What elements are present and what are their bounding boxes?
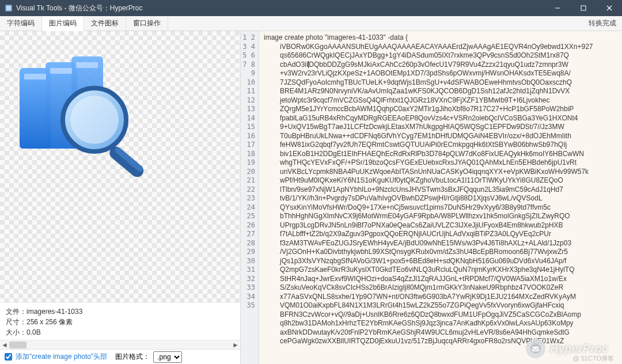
close-button[interactable] [596, 0, 622, 16]
svg-rect-9 [24, 74, 46, 79]
maximize-button[interactable] [570, 0, 596, 16]
svg-rect-3 [581, 6, 586, 10]
footnote: @ 51CTO博客 [573, 354, 614, 363]
tab-char-encode[interactable]: 字符编码 [0, 16, 42, 31]
window-title: Visual Tk Tools - 微信公众号：HyperProc [16, 3, 544, 13]
tab-file-icon[interactable]: 文件图标 [84, 16, 126, 31]
preview-canvas [0, 31, 240, 302]
svg-rect-1 [6, 6, 11, 10]
scroll-thumb[interactable] [9, 342, 26, 348]
toolbar: 字符编码 图片编码 文件图标 窗口操作 转换完成 [0, 16, 622, 31]
bytes-value: 0.0B [26, 328, 41, 336]
scroll-right-icon[interactable]: ► [231, 340, 240, 350]
tab-image-encode[interactable]: 图片编码 [42, 16, 84, 31]
scroll-left-icon[interactable]: ◄ [0, 340, 9, 350]
file-name: imageres-41-1033 [26, 308, 82, 316]
preview-image [8, 39, 156, 187]
size-value: 256 x 256 像素 [26, 318, 73, 326]
image-info: 文件：imageres-41-1033 尺寸：256 x 256 像素 大小：0… [0, 302, 240, 340]
svg-point-13 [70, 96, 119, 144]
status-text: 转换完成 [583, 16, 622, 31]
file-label: 文件： [6, 308, 26, 316]
left-panel: 文件：imageres-41-1033 尺寸：256 x 256 像素 大小：0… [0, 31, 241, 364]
add-header-checkbox[interactable] [5, 353, 12, 361]
line-gutter: 1 2 3 4 5 6 7 8 9 10 11 12 13 14 15 16 1… [241, 31, 259, 364]
left-footer: 添加"create image photo"头部 图片格式： .png [0, 349, 240, 364]
minimize-button[interactable] [544, 0, 570, 16]
bytes-label: 大小： [6, 328, 26, 336]
add-header-label: 添加"create image photo"头部 [16, 352, 107, 362]
title-bar: Visual Tk Tools - 微信公众号：HyperProc [0, 0, 622, 16]
size-label: 尺寸： [6, 318, 26, 326]
tab-window-op[interactable]: 窗口操作 [126, 16, 168, 31]
svg-rect-11 [76, 62, 98, 68]
format-select[interactable]: .png [153, 351, 182, 363]
svg-rect-14 [107, 144, 146, 180]
svg-rect-10 [50, 68, 72, 74]
code-editor[interactable]: image create photo "imageres-41-1033" -d… [259, 31, 622, 364]
right-panel: 1 2 3 4 5 6 7 8 9 10 11 12 13 14 15 16 1… [241, 31, 622, 364]
app-icon [5, 4, 13, 12]
format-label: 图片格式： [115, 352, 150, 362]
h-scrollbar[interactable]: ◄ ► [0, 340, 240, 349]
